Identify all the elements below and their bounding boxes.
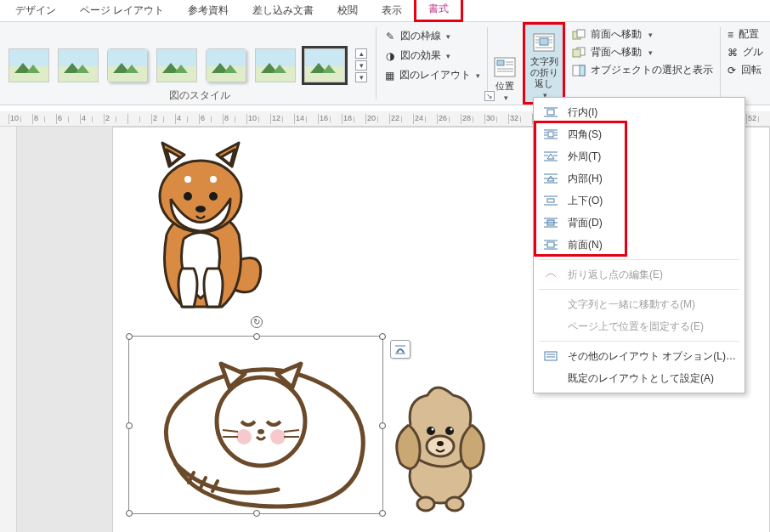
- resize-handle-s[interactable]: [253, 510, 260, 517]
- svg-point-76: [450, 428, 453, 431]
- dropdown-icon: ▾: [648, 48, 653, 57]
- wrap-more-options-label: その他のレイアウト オプション(L)…: [568, 349, 736, 364]
- wrap-tight-icon: [542, 150, 559, 163]
- wrap-through[interactable]: 内部(H): [534, 167, 745, 190]
- gallery-up-icon[interactable]: ▴: [355, 48, 367, 59]
- svg-rect-24: [548, 132, 553, 137]
- wrap-move-with-text-label: 文字列と一緒に移動する(M): [568, 297, 695, 312]
- svg-point-71: [446, 497, 463, 511]
- style-thumb[interactable]: [255, 48, 296, 82]
- tab-design[interactable]: デザイン: [3, 0, 68, 21]
- rotate-handle[interactable]: [251, 316, 263, 328]
- wrap-tight[interactable]: 外周(T): [534, 145, 745, 167]
- send-backward-icon: [572, 47, 586, 59]
- image-sleeping-cat-selection[interactable]: [128, 336, 383, 514]
- svg-rect-1: [497, 60, 504, 65]
- svg-rect-17: [573, 49, 580, 57]
- wrap-more-options[interactable]: その他のレイアウト オプション(L)…: [534, 345, 745, 367]
- resize-handle-w[interactable]: [126, 422, 133, 429]
- dropdown-icon: ▾: [446, 52, 450, 60]
- effects-icon: ◑: [383, 50, 397, 62]
- style-thumb[interactable]: [156, 48, 197, 82]
- picture-effects-button[interactable]: ◑ 図の効果 ▾: [380, 47, 484, 65]
- wrap-text-menu: 行内(I) 四角(S) 外周(T) 内部(H) 上下(O) 背面(D) 前面(N…: [533, 97, 745, 393]
- group-icon: ⌘: [728, 47, 738, 59]
- wrap-behind-label: 背面(D): [568, 216, 603, 230]
- wrap-fix-position: ページ上で位置を固定する(E): [534, 315, 745, 337]
- picture-layout-label: 図のレイアウト: [399, 68, 471, 82]
- image-poodle[interactable]: [385, 378, 495, 514]
- tab-review[interactable]: 校閲: [326, 0, 370, 21]
- svg-rect-7: [540, 38, 548, 45]
- picture-layout-button[interactable]: ▦ 図のレイアウト ▾: [380, 66, 484, 84]
- menu-separator: [539, 341, 739, 342]
- tab-mailings[interactable]: 差し込み文書: [241, 0, 326, 21]
- style-thumb[interactable]: [107, 48, 148, 82]
- wrap-behind-icon: [542, 216, 559, 229]
- wrap-move-with-text: 文字列と一緒に移動する(M): [534, 293, 745, 315]
- svg-rect-15: [577, 30, 585, 37]
- resize-handle-sw[interactable]: [126, 510, 133, 517]
- wrap-square[interactable]: 四角(S): [534, 123, 745, 145]
- svg-point-57: [209, 192, 218, 201]
- tab-format[interactable]: 書式: [414, 0, 463, 22]
- rotate-button[interactable]: ⟳ 回転: [726, 63, 765, 77]
- gallery-scroll[interactable]: ▴ ▾ ▾: [355, 48, 367, 82]
- resize-handle-ne[interactable]: [379, 333, 386, 340]
- gallery-more-icon[interactable]: ▾: [355, 72, 367, 82]
- svg-rect-40: [547, 199, 554, 202]
- style-thumb[interactable]: [206, 48, 246, 82]
- style-thumb[interactable]: [58, 48, 99, 82]
- wrap-inline[interactable]: 行内(I): [534, 101, 745, 123]
- more-options-icon: [542, 349, 559, 363]
- bring-forward-icon: [572, 29, 586, 41]
- wrap-set-default[interactable]: 既定のレイアウトとして設定(A): [534, 367, 745, 389]
- svg-point-60: [236, 429, 252, 444]
- vertical-ruler[interactable]: [0, 127, 17, 532]
- tab-page-layout[interactable]: ページ レイアウト: [68, 0, 176, 21]
- svg-point-70: [417, 497, 434, 511]
- dialog-launcher-icon[interactable]: ↘: [484, 91, 495, 101]
- svg-point-54: [184, 176, 191, 183]
- arrange-column: 前面へ移動 ▾ 背面へ移動 ▾ オブジェクトの選択と表示: [565, 22, 720, 105]
- selection-pane-button[interactable]: オブジェクトの選択と表示: [570, 63, 715, 77]
- wrap-behind[interactable]: 背面(D): [534, 212, 745, 234]
- wrap-text-button[interactable]: 文字列の折り返し ▾: [523, 22, 565, 105]
- style-thumb-selected[interactable]: [304, 48, 345, 82]
- dropdown-icon: ▾: [476, 71, 480, 80]
- svg-point-59: [217, 377, 305, 466]
- resize-handle-nw[interactable]: [126, 333, 133, 340]
- tab-references[interactable]: 参考資料: [176, 0, 241, 21]
- menu-separator: [539, 259, 739, 260]
- ribbon-tabs: デザイン ページ レイアウト 参考資料 差し込み文書 校閲 表示 書式: [0, 0, 770, 22]
- svg-point-62: [258, 429, 264, 434]
- svg-point-56: [184, 192, 192, 201]
- wrap-topbottom[interactable]: 上下(O): [534, 190, 745, 212]
- image-shiba-dog[interactable]: [128, 133, 273, 324]
- tab-view[interactable]: 表示: [370, 0, 414, 21]
- picture-effects-label: 図の効果: [400, 48, 441, 63]
- layout-options-badge[interactable]: [390, 340, 410, 359]
- style-thumb[interactable]: [8, 48, 49, 82]
- svg-rect-19: [580, 65, 585, 76]
- resize-handle-n[interactable]: [253, 333, 260, 340]
- gallery-down-icon[interactable]: ▾: [355, 60, 367, 71]
- picture-border-button[interactable]: ✎ 図の枠線 ▾: [380, 27, 484, 45]
- wrap-text-label: 文字列の折り返し: [527, 56, 561, 90]
- wrap-topbottom-icon: [542, 194, 559, 207]
- wrap-inline-icon: [542, 105, 559, 119]
- svg-rect-21: [547, 110, 554, 115]
- picture-border-label: 図の枠線: [400, 29, 441, 43]
- svg-point-75: [432, 428, 434, 431]
- rotate-icon: ⟳: [728, 65, 736, 76]
- rotate-label: 回転: [741, 63, 762, 77]
- align-button[interactable]: ≡ 配置: [726, 27, 765, 42]
- group-label: グル: [743, 45, 763, 59]
- group-button[interactable]: ⌘ グル: [726, 45, 765, 59]
- send-backward-button[interactable]: 背面へ移動 ▾: [570, 45, 715, 59]
- wrap-front[interactable]: 前面(N): [534, 234, 745, 256]
- group-label-picture-styles: 図のスタイル: [0, 88, 399, 103]
- position-label: 位置: [495, 81, 514, 92]
- bring-forward-button[interactable]: 前面へ移動 ▾: [570, 27, 715, 42]
- svg-marker-31: [547, 154, 554, 159]
